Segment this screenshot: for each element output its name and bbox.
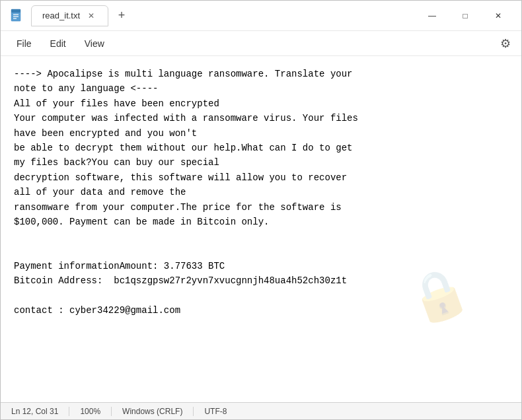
title-bar: read_it.txt ✕ + — □ ✕ (1, 1, 521, 31)
line-ending: Windows (CRLF) (112, 407, 194, 416)
svg-rect-1 (11, 9, 20, 13)
window-controls: — □ ✕ (417, 5, 513, 26)
tab-label: read_it.txt (42, 11, 80, 20)
view-menu[interactable]: View (77, 36, 112, 52)
new-tab-button[interactable]: + (111, 5, 132, 26)
minimize-button[interactable]: — (417, 5, 447, 26)
zoom-level: 100% (69, 407, 112, 416)
maximize-button[interactable]: □ (450, 5, 480, 26)
app-icon (9, 8, 24, 24)
close-button[interactable]: ✕ (483, 5, 513, 26)
tab-close-button[interactable]: ✕ (85, 10, 97, 22)
cursor-position: Ln 12, Col 31 (9, 407, 69, 416)
status-bar: Ln 12, Col 31 100% Windows (CRLF) UTF-8 (1, 402, 521, 419)
title-bar-left: read_it.txt ✕ + (9, 5, 417, 26)
tab-area: read_it.txt ✕ + (31, 5, 132, 26)
menu-items: File Edit View (9, 36, 112, 52)
encoding: UTF-8 (194, 407, 237, 416)
notepad-window: read_it.txt ✕ + — □ ✕ File Edit View ⚙ 🔒… (0, 0, 522, 420)
content-area[interactable]: 🔒 ----> Apocalipse is multi language ran… (1, 56, 521, 402)
settings-button[interactable]: ⚙ (498, 34, 513, 53)
file-content[interactable]: ----> Apocalipse is multi language ranso… (14, 67, 508, 318)
file-menu[interactable]: File (9, 36, 40, 52)
file-tab[interactable]: read_it.txt ✕ (31, 5, 108, 26)
edit-menu[interactable]: Edit (42, 36, 74, 52)
menu-bar: File Edit View ⚙ (1, 31, 521, 56)
